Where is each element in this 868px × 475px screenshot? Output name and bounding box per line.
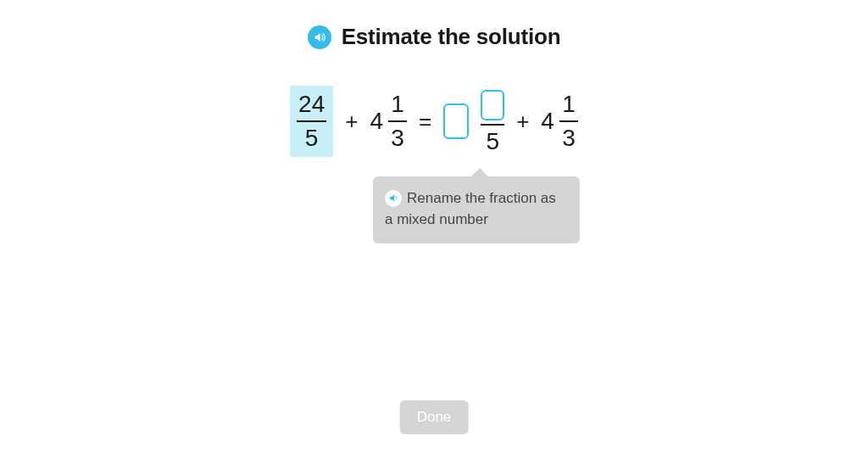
page-title: Estimate the solution [342,24,561,50]
plus-operator: + [345,109,358,135]
audio-icon[interactable] [385,190,402,207]
hint-tooltip: Rename the fraction as a mixed number [373,176,580,243]
done-button[interactable]: Done [400,400,469,434]
numerator: 24 [297,91,326,118]
denominator: 3 [389,125,406,152]
denominator: 5 [486,129,499,154]
mixed-number-2: 4 1 3 [541,91,578,152]
numerator: 1 [560,91,577,118]
tooltip-text: Rename the fraction as a mixed number [385,190,556,227]
answer-fraction: 5 [481,90,504,154]
answer-numerator-input[interactable] [481,90,504,120]
fraction-bar [388,120,407,122]
header: Estimate the solution [0,0,868,50]
mixed-number-1: 4 1 3 [370,91,407,152]
fraction-part: 1 3 [388,91,407,152]
tooltip-body: Rename the fraction as a mixed number [373,176,580,243]
fraction-part: 1 3 [559,91,578,152]
audio-icon[interactable] [308,25,331,49]
denominator: 3 [560,125,577,152]
numerator: 1 [389,91,406,118]
plus-operator: + [516,109,529,135]
answer-whole-input[interactable] [443,103,469,139]
equation: 24 5 + 4 1 3 = 5 + 4 1 3 [0,86,868,157]
fraction-bar [297,120,326,122]
fraction-24-5: 24 5 [290,86,333,157]
fraction-bar [559,120,578,122]
denominator: 5 [303,125,320,152]
whole-part: 4 [541,108,554,135]
fraction-bar [481,124,504,126]
equals-operator: = [419,109,431,135]
whole-part: 4 [370,108,383,135]
